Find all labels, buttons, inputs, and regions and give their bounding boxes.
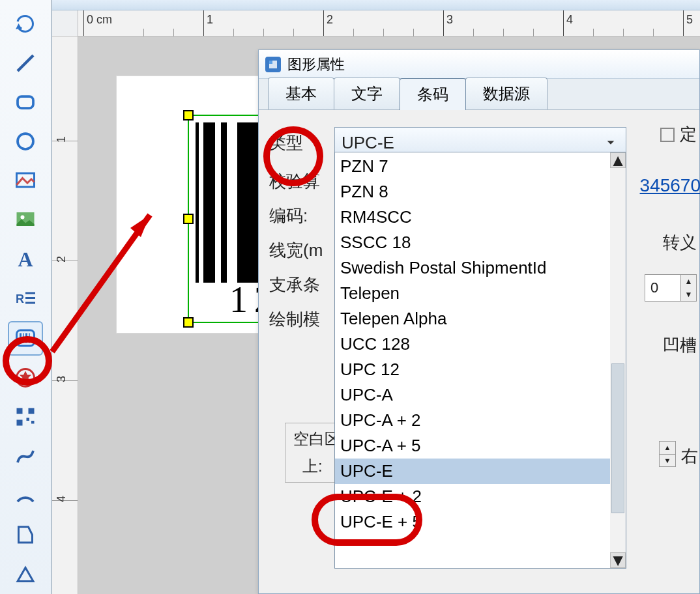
tool-qr[interactable]: [8, 400, 43, 434]
ruler-h-label: 4: [566, 13, 632, 27]
arc-icon: [14, 484, 37, 507]
label-linewidth: 线宽(m: [269, 239, 334, 262]
dialog-tabs: 基本 文字 条码 数据源: [259, 79, 699, 110]
type-select-value: UPC-E: [342, 133, 394, 153]
tool-text[interactable]: A: [8, 242, 43, 276]
roundrect-icon: [14, 91, 37, 114]
tab-strip: [52, 0, 700, 10]
spin-linewidth[interactable]: 0 ▲ ▼: [645, 274, 697, 302]
link-data[interactable]: 345670: [640, 175, 700, 196]
handle-bl[interactable]: [183, 317, 194, 328]
imgframe-icon: [14, 169, 37, 193]
scroll-thumb[interactable]: [611, 363, 624, 513]
tool-image[interactable]: [8, 203, 43, 237]
checkbox-fixed[interactable]: [660, 128, 675, 142]
handle-l[interactable]: [183, 214, 194, 224]
ruler-h-label: 2: [327, 13, 392, 27]
dropdown-option[interactable]: Telepen Alpha: [335, 306, 611, 332]
type-dropdown[interactable]: PZN 7PZN 8RM4SCCSSCC 18Swedish Postal Sh…: [334, 152, 626, 569]
scroll-down-icon[interactable]: ▼: [610, 552, 626, 568]
tool-undo[interactable]: [8, 7, 43, 40]
spin-blank[interactable]: ▲ ▼: [659, 441, 676, 467]
dropdown-option[interactable]: UPC-E: [335, 459, 611, 484]
ruler-vertical[interactable]: 1 2 3 4: [52, 36, 78, 594]
dropdown-option[interactable]: Swedish Postal ShipmentId: [335, 255, 611, 281]
spin-up-icon[interactable]: ▲: [659, 441, 676, 455]
tool-roundrect[interactable]: [8, 85, 43, 119]
label-groove: 凹槽: [663, 334, 697, 357]
ruler-h-label: 5: [686, 13, 700, 27]
dropdown-option[interactable]: UPC-A + 5: [335, 433, 611, 459]
tool-polygon[interactable]: [8, 518, 43, 552]
tool-shape-up[interactable]: [8, 558, 43, 591]
svg-rect-20: [31, 421, 35, 424]
spin-linewidth-value: 0: [650, 279, 658, 296]
ruler-horizontal[interactable]: 0 cm 1 2 3 4 5: [78, 10, 700, 36]
paragraph-icon: R: [14, 287, 37, 311]
ruler-v-label: 1: [55, 78, 68, 143]
dropdown-option[interactable]: UPC-E + 5: [335, 509, 611, 535]
dropdown-option[interactable]: UPC 12: [335, 357, 611, 382]
scroll-up-icon[interactable]: ▲: [610, 152, 626, 168]
tab-basic[interactable]: 基本: [268, 78, 334, 109]
spin-up[interactable]: ▲: [680, 275, 696, 288]
image-icon: [14, 208, 37, 232]
label-encoding: 编码:: [269, 205, 334, 227]
ruler-h-label: 3: [446, 13, 512, 27]
dropdown-option[interactable]: UPC-A: [335, 382, 611, 408]
tool-ellipse[interactable]: [8, 124, 43, 158]
ellipse-icon: [14, 130, 37, 153]
tool-curve[interactable]: [8, 439, 43, 473]
dropdown-option[interactable]: PZN 8: [335, 179, 611, 205]
qr-icon: [14, 405, 37, 429]
dropdown-option[interactable]: UPC-E + 2: [335, 484, 611, 509]
dialog-titlebar[interactable]: 图形属性: [259, 50, 699, 79]
label-blank: 空白区: [293, 429, 340, 449]
dropdown-option[interactable]: UPC-A + 2: [335, 408, 611, 433]
dropdown-option[interactable]: PZN 7: [335, 154, 611, 179]
dialog-icon: [265, 57, 281, 72]
scroll-track[interactable]: [610, 168, 626, 552]
dialog-properties[interactable]: 图形属性 基本 文字 条码 数据源 类型 UPC-E 校验算 编码: 线宽(m …: [258, 50, 700, 594]
label-check: 校验算: [269, 170, 334, 193]
undo-icon: [14, 12, 37, 35]
label-type: 类型: [269, 132, 334, 154]
chevron-down-icon: [600, 132, 622, 154]
polygon-icon: [14, 523, 37, 546]
tab-barcode[interactable]: 条码: [400, 78, 466, 110]
handle-tl[interactable]: [183, 110, 194, 120]
text-icon: A: [18, 248, 33, 272]
tool-imgframe[interactable]: [8, 164, 43, 198]
barcode-icon: [14, 326, 37, 350]
spin-down[interactable]: ▼: [680, 288, 696, 301]
ruler-h-label: 0 cm: [87, 13, 152, 27]
svg-rect-16: [17, 408, 23, 414]
tab-datasource[interactable]: 数据源: [465, 78, 547, 109]
line-icon: [14, 51, 37, 75]
ruler-v-label: 3: [55, 317, 68, 382]
dropdown-option[interactable]: Telepen: [335, 281, 611, 306]
ruler-v-label: 4: [55, 437, 68, 502]
tool-arc[interactable]: [8, 479, 43, 513]
svg-text:R: R: [16, 292, 24, 305]
dialog-body: 类型 UPC-E 校验算 编码: 线宽(m 支承条 绘制模 空白区 上: 定 3…: [259, 110, 699, 356]
dropdown-option[interactable]: UCC 128: [335, 332, 611, 357]
svg-rect-18: [17, 420, 23, 426]
triangle-icon: [14, 563, 37, 586]
dialog-title: 图形属性: [287, 55, 345, 74]
tab-text[interactable]: 文字: [334, 78, 400, 109]
dropdown-scrollbar[interactable]: ▲ ▼: [610, 152, 626, 568]
dropdown-option[interactable]: SSCC 18: [335, 230, 611, 255]
tool-paragraph[interactable]: R: [8, 282, 43, 316]
tool-stamp[interactable]: [8, 361, 43, 395]
svg-point-2: [18, 134, 33, 149]
svg-point-5: [21, 216, 25, 219]
tool-barcode[interactable]: [8, 321, 43, 356]
svg-rect-17: [29, 408, 35, 414]
spin-down-icon[interactable]: ▼: [659, 455, 676, 468]
tool-line[interactable]: [8, 46, 43, 79]
curve-icon: [14, 445, 37, 468]
dropdown-option[interactable]: RM4SCC: [335, 205, 611, 230]
label-escape: 转义: [663, 231, 697, 254]
ruler-h-label: 1: [207, 13, 272, 27]
